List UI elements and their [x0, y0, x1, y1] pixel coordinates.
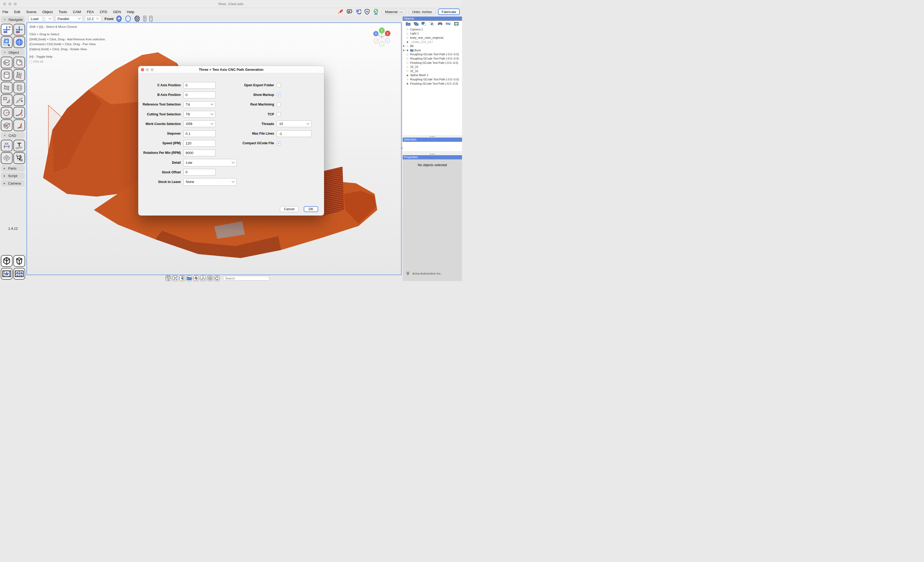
section-navigate[interactable]: ▼Navigate [1, 16, 25, 23]
rest-machining-checkbox[interactable]: ✓ [277, 103, 281, 106]
surface-offset-tool[interactable]: 5 [14, 152, 25, 164]
tree-item-roughing-3[interactable]: ◇Roughing GCode Tool Path (-0.0--0.0) [403, 77, 462, 81]
center-view-icon[interactable] [172, 275, 178, 281]
menu-object[interactable]: Object [39, 10, 56, 14]
circle-tool[interactable] [1, 107, 13, 119]
perspective-view-button[interactable] [14, 255, 25, 267]
tree-item-roughing-1[interactable]: ◇Roughing GCode Tool Path (-0.0--0.0) [403, 52, 462, 57]
tree-item-16-10[interactable]: ◇16_10 [403, 65, 462, 69]
boolean-intersect-icon[interactable] [430, 22, 434, 25]
properties-panel-header[interactable]: Properties [403, 155, 462, 160]
tree-item-body-rear-clam[interactable]: ◇body_rear_clam_origional [403, 36, 462, 40]
move-tool[interactable] [14, 24, 25, 36]
panel-splitter-handle[interactable] [401, 147, 403, 149]
bounding-box-icon[interactable] [454, 22, 459, 25]
bezier-curve-tool[interactable] [14, 107, 25, 119]
section-parts[interactable]: ▶Parts [1, 165, 25, 172]
wireframe-view-icon[interactable] [124, 15, 132, 22]
section-cad[interactable]: ▼CAD [1, 132, 25, 139]
loft-surface-icon[interactable] [438, 22, 442, 25]
section-object[interactable]: ▼Object [1, 49, 25, 55]
objects-panel-header[interactable]: Objects [403, 16, 462, 21]
section-script[interactable]: ▶Script [1, 173, 25, 179]
snapshot-icon[interactable] [165, 275, 171, 281]
comment-icon[interactable] [346, 9, 352, 15]
tree-item-buck[interactable]: ▶◈Buck [403, 48, 462, 52]
search-input[interactable] [223, 276, 269, 281]
selection-panel-header[interactable]: Selection [403, 138, 462, 142]
projection-select[interactable]: Parallel [56, 16, 82, 22]
plane-tool[interactable] [1, 82, 13, 94]
stock-cylinder-icon[interactable] [149, 15, 153, 22]
mirror-tool[interactable] [1, 152, 13, 164]
shield-star-icon[interactable] [364, 9, 370, 15]
max-file-lines-input[interactable] [277, 130, 312, 137]
polyline-tool[interactable] [1, 94, 13, 106]
cancel-button[interactable]: Cancel [280, 206, 298, 212]
menu-file[interactable]: File [0, 10, 11, 14]
edit-points-tool[interactable] [14, 94, 25, 106]
refresh-icon[interactable] [214, 275, 220, 281]
tree-item-under-z10-x17[interactable]: ◈_Under_Z10_X17 [403, 40, 462, 44]
favorite-grid-button[interactable] [14, 268, 25, 280]
selection-splitter[interactable] [403, 135, 462, 138]
sync-history-icon[interactable] [355, 9, 362, 15]
box-select-tool[interactable] [1, 36, 13, 48]
tree-item-spline-mesh-1[interactable]: ◈Spline Mesh 1 [403, 73, 462, 78]
move-closest-tool[interactable] [1, 24, 13, 36]
tree-item-roughing-2[interactable]: ◇Roughing GCode Tool Path (-0.0--0.0) [403, 56, 462, 61]
zoom-field[interactable]: 12.2 [85, 16, 101, 22]
properties-splitter[interactable] [403, 153, 462, 155]
rocket-icon[interactable] [338, 9, 344, 15]
boolean-union-icon[interactable] [414, 22, 418, 25]
axes-gizmo-icon[interactable]: YZX [200, 275, 206, 281]
material-button[interactable]: Material: --- [381, 9, 406, 15]
dialog-minimize-icon[interactable] [146, 68, 149, 71]
lathe-tool[interactable] [14, 82, 25, 94]
tree-item-bit[interactable]: ▶◇Bit [403, 44, 462, 48]
grid-icon[interactable] [207, 275, 213, 281]
menu-gen[interactable]: GEN [110, 10, 124, 14]
folder-icon[interactable] [406, 22, 410, 25]
tree-item-32-16[interactable]: ◇32_16 [403, 69, 462, 73]
verified-check-icon[interactable] [373, 9, 379, 15]
menu-cam[interactable]: CAM [70, 10, 84, 14]
menu-fea[interactable]: FEA [84, 10, 97, 14]
menu-scene[interactable]: Scene [23, 10, 39, 14]
rpm-input[interactable] [183, 149, 216, 156]
tcp-checkbox[interactable]: ✓ [277, 112, 281, 116]
show-markup-checkbox[interactable]: ✓ [277, 93, 281, 97]
sketch-mouse-icon[interactable] [179, 275, 185, 281]
units-button[interactable]: Units: inches [408, 9, 435, 15]
stock-to-leave-select[interactable]: None [183, 178, 237, 185]
fabricate-button[interactable]: Fabricate [438, 9, 460, 15]
dialog-close-icon[interactable] [141, 68, 144, 71]
cad-joint-tool[interactable] [14, 140, 25, 151]
favorite-view-button[interactable] [1, 268, 13, 280]
expand-arrow-icon[interactable]: ▶ [403, 45, 405, 47]
menu-help[interactable]: Help [124, 10, 137, 14]
zebra-view-icon[interactable] [134, 15, 141, 22]
compact-gcode-checkbox[interactable]: ✓ [277, 141, 281, 145]
menu-edit[interactable]: Edit [11, 10, 23, 14]
box-primitive-tool[interactable] [1, 57, 13, 69]
revolve-icon[interactable] [446, 22, 450, 25]
tree-item-light-1[interactable]: ◇Light 1 [403, 31, 462, 36]
threads-select[interactable]: 10 [277, 121, 312, 127]
cylinder-primitive-tool[interactable] [1, 69, 13, 81]
menu-tools[interactable]: Tools [56, 10, 70, 14]
detail-select[interactable]: Low [183, 159, 237, 166]
folder-icon[interactable] [186, 275, 192, 281]
tree-item-finishing-1[interactable]: ◇Finishing GCode Tool Path (-0.0--0.0) [403, 61, 462, 65]
grid-mesh-tool[interactable] [14, 69, 25, 81]
load-select[interactable]: Load [28, 16, 53, 22]
tree-item-finishing-2[interactable]: ◈Finishing GCode Tool Path (-0.0--0.0) [403, 81, 462, 86]
shaded-view-icon[interactable] [116, 15, 123, 22]
section-camera[interactable]: ▶Camera [1, 180, 25, 187]
cad-constraint-tool[interactable]: XX [1, 140, 13, 151]
dialog-zoom-icon[interactable] [150, 68, 154, 71]
axis-gizmo[interactable]: X Y Z Z Y X [370, 25, 393, 49]
stock-offset-input[interactable] [183, 169, 216, 175]
expand-arrow-icon[interactable]: ▶ [403, 49, 405, 51]
boolean-subtract-icon[interactable] [422, 22, 426, 25]
